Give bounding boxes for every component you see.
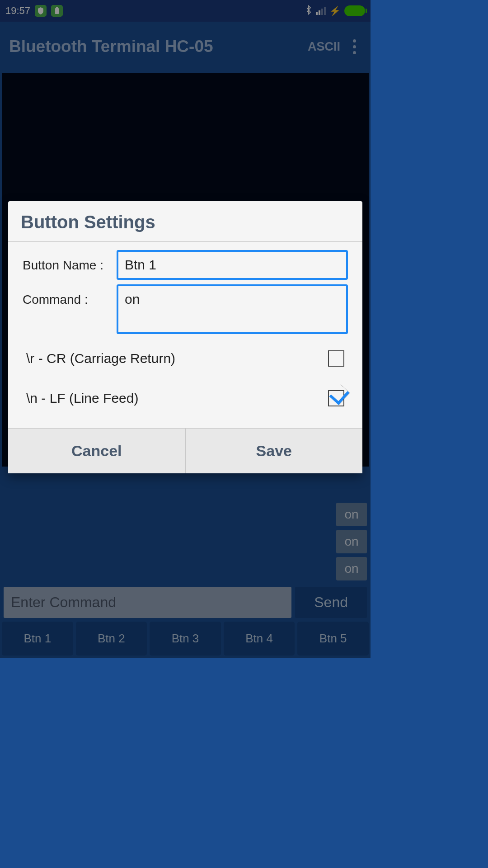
command-row: Command : on (23, 284, 348, 334)
name-label: Button Name : (23, 250, 117, 273)
button-settings-dialog: Button Settings Button Name : Command : … (8, 201, 362, 473)
command-label: Command : (23, 284, 117, 307)
dialog-title: Button Settings (8, 201, 362, 242)
lf-checkbox[interactable] (328, 390, 344, 406)
lf-row[interactable]: \n - LF (Line Feed) (23, 378, 348, 418)
cr-checkbox[interactable] (328, 350, 344, 367)
command-input-field[interactable]: on (117, 284, 348, 334)
lf-label: \n - LF (Line Feed) (26, 391, 138, 406)
cr-label: \r - CR (Carriage Return) (26, 351, 175, 366)
save-button[interactable]: Save (186, 429, 363, 473)
cr-row[interactable]: \r - CR (Carriage Return) (23, 339, 348, 378)
dialog-actions: Cancel Save (8, 428, 362, 473)
cancel-button[interactable]: Cancel (8, 429, 186, 473)
button-name-input[interactable] (117, 250, 348, 280)
dialog-body: Button Name : Command : on \r - CR (Carr… (8, 242, 362, 428)
name-row: Button Name : (23, 250, 348, 280)
